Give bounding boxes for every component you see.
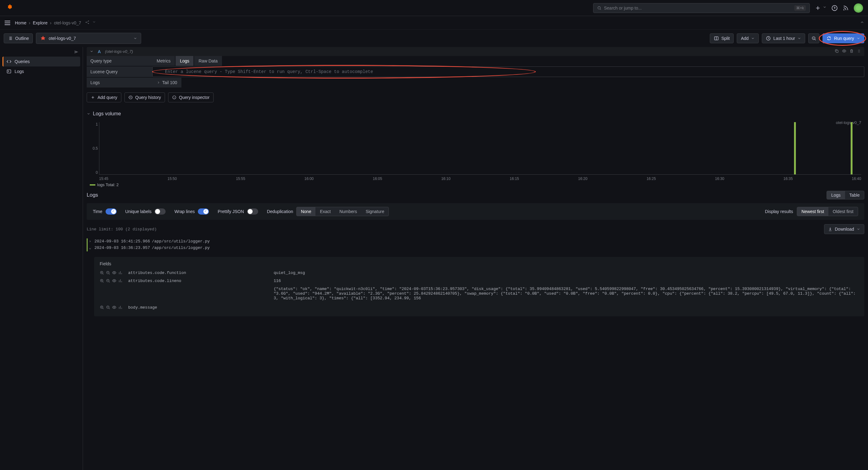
prettify-json-toggle[interactable] xyxy=(247,208,258,214)
filter-in-icon[interactable] xyxy=(100,305,104,311)
filter-out-icon[interactable] xyxy=(106,278,110,284)
stats-icon[interactable] xyxy=(118,305,123,311)
tab-table[interactable]: Table xyxy=(845,191,864,199)
search-icon xyxy=(597,6,601,10)
breadcrumb-sep: › xyxy=(29,21,30,25)
logs-view-toggle: Logs Table xyxy=(827,191,864,199)
time-range-picker[interactable]: Last 1 hour xyxy=(762,33,805,43)
tail-option[interactable]: Tail 100 xyxy=(152,78,181,88)
download-button[interactable]: Download xyxy=(824,224,864,234)
svg-point-15 xyxy=(859,52,860,53)
grafana-logo[interactable] xyxy=(5,3,15,13)
history-icon xyxy=(128,95,133,100)
sidebar-item-queries[interactable]: Queries xyxy=(2,57,80,66)
breadcrumb-home[interactable]: Home xyxy=(15,21,26,25)
field-name: attributes.code.lineno xyxy=(128,278,274,283)
menu-toggle[interactable] xyxy=(4,19,11,27)
logs-options-label: Logs xyxy=(87,78,152,88)
share-icon[interactable] xyxy=(85,20,90,26)
line-limit-text: Line limit: 100 (2 displayed) xyxy=(87,227,157,232)
dedup-numbers[interactable]: Numbers xyxy=(335,207,361,216)
field-name: attributes.code.function xyxy=(128,271,274,275)
query-letter[interactable]: A xyxy=(98,49,101,54)
datasource-picker[interactable]: otel-logs-v0_7 xyxy=(36,33,141,44)
zoom-out-button[interactable] xyxy=(808,33,819,43)
field-row: attributes.code.function quiet_log_msg xyxy=(100,269,859,277)
outline-button[interactable]: Outline xyxy=(4,33,33,43)
breadcrumb-explore[interactable]: Explore xyxy=(33,21,48,25)
eye-icon[interactable] xyxy=(112,271,116,276)
collapse-query-icon[interactable] xyxy=(90,49,93,54)
run-query-button[interactable]: Run query xyxy=(823,33,864,43)
split-button[interactable]: Split xyxy=(710,33,734,43)
query-inspector-button[interactable]: Query inspector xyxy=(168,93,214,102)
logs-controls: Time Unique labels Wrap lines Prettify J… xyxy=(87,203,864,220)
sidebar-item-logs[interactable]: Logs xyxy=(2,66,80,76)
lucene-query-input[interactable] xyxy=(153,67,864,77)
explore-sidebar: Queries Logs xyxy=(0,47,83,470)
sidebar-collapse-button[interactable] xyxy=(2,48,80,57)
expand-log-icon[interactable]: › xyxy=(89,238,93,245)
copy-query-icon[interactable] xyxy=(835,49,839,54)
log-entry[interactable]: › 2024-09-03 16:41:25.966 /app/src/utils… xyxy=(87,238,864,245)
chevron-down-icon[interactable] xyxy=(823,5,827,11)
chevron-down-icon xyxy=(87,112,90,115)
query-editor: Query type Metrics Logs Raw Data Lucene … xyxy=(87,56,864,88)
field-row: attributes.code.lineno 116 xyxy=(100,277,859,286)
time-toggle-label: Time xyxy=(93,209,102,214)
dedup-exact[interactable]: Exact xyxy=(315,207,335,216)
time-toggle[interactable] xyxy=(105,208,117,214)
query-type-logs[interactable]: Logs xyxy=(176,56,193,66)
query-datasource-name: (otel-logs-v0_7) xyxy=(105,49,133,54)
collapse-left-icon xyxy=(74,49,79,55)
filter-out-icon[interactable] xyxy=(106,305,110,311)
delete-query-icon[interactable] xyxy=(849,49,854,54)
logs-volume-chart[interactable]: otel-logs-v0_7 1 0.5 0 15:45 15:50 15:55… xyxy=(87,119,864,187)
svg-point-2 xyxy=(88,21,89,22)
filter-out-icon[interactable] xyxy=(106,271,110,276)
stats-icon[interactable] xyxy=(118,271,123,276)
x-axis: 15:45 15:50 15:55 16:00 16:05 16:10 16:1… xyxy=(99,176,861,181)
add-button[interactable]: Add xyxy=(737,33,759,43)
logs-volume-header[interactable]: Logs volume xyxy=(87,108,864,119)
unique-labels-toggle[interactable] xyxy=(154,208,165,214)
svg-point-11 xyxy=(859,50,860,51)
chevron-down-icon xyxy=(133,36,137,40)
filter-in-icon[interactable] xyxy=(100,271,104,276)
svg-rect-8 xyxy=(836,51,838,53)
dedup-signature[interactable]: Signature xyxy=(361,207,389,216)
sort-oldest[interactable]: Oldest first xyxy=(828,207,858,216)
svg-point-19 xyxy=(114,272,115,273)
drag-query-icon[interactable] xyxy=(857,49,861,54)
stats-icon[interactable] xyxy=(118,278,123,284)
chevron-down-icon[interactable] xyxy=(92,20,96,26)
filter-in-icon[interactable] xyxy=(100,278,104,284)
add-query-button[interactable]: Add query xyxy=(87,93,121,102)
eye-icon[interactable] xyxy=(112,305,116,311)
chevron-down-icon xyxy=(751,36,755,40)
wrap-lines-toggle[interactable] xyxy=(198,208,209,214)
news-icon[interactable] xyxy=(843,5,849,11)
eye-icon[interactable] xyxy=(112,278,116,284)
toggle-query-visibility-icon[interactable] xyxy=(842,49,846,54)
svg-point-3 xyxy=(88,23,89,24)
logs-panel-header: Logs Logs Table xyxy=(87,187,864,203)
query-type-metrics[interactable]: Metrics xyxy=(152,56,175,66)
log-entry[interactable]: ⌄ 2024-09-03 16:36:23.957 /app/src/utils… xyxy=(87,245,864,251)
help-icon[interactable] xyxy=(832,5,838,11)
query-type-rawdata[interactable]: Raw Data xyxy=(194,56,222,66)
add-menu-icon[interactable] xyxy=(815,5,821,11)
tab-logs[interactable]: Logs xyxy=(827,191,845,199)
top-header: Search or jump to... ⌘+k xyxy=(0,0,868,16)
query-history-button[interactable]: Query history xyxy=(124,93,165,102)
user-avatar[interactable] xyxy=(854,3,863,13)
collapse-log-icon[interactable]: ⌄ xyxy=(89,245,93,251)
sort-newest[interactable]: Newest first xyxy=(797,207,828,216)
global-search[interactable]: Search or jump to... ⌘+k xyxy=(593,3,810,13)
log-lines: › 2024-09-03 16:41:25.966 /app/src/utils… xyxy=(87,238,864,251)
collapse-header-icon[interactable] xyxy=(860,20,864,25)
code-icon xyxy=(6,59,11,64)
main-content: A (otel-logs-v0_7) Query type Metrics Lo… xyxy=(83,47,868,470)
dedup-none[interactable]: None xyxy=(297,207,315,216)
query-type-label: Query type xyxy=(87,56,152,66)
